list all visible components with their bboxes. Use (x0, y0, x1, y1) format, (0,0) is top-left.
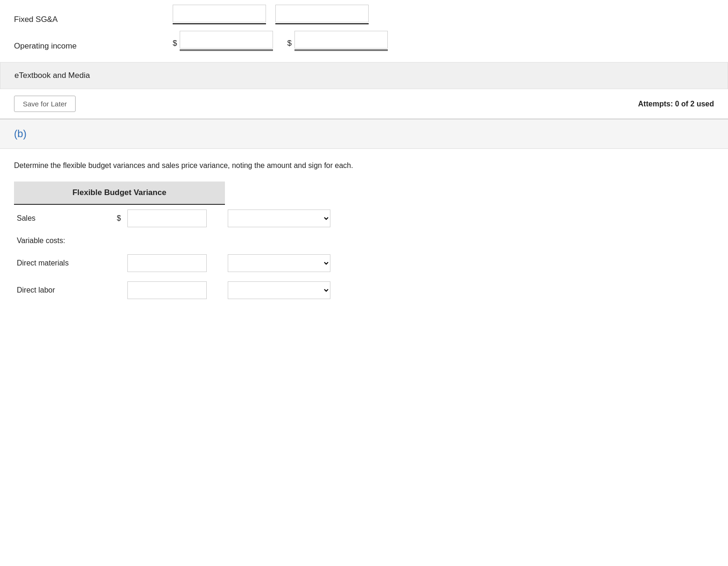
direct-labor-input-cell (125, 277, 216, 304)
save-for-later-button[interactable]: Save for Later (14, 96, 76, 112)
table-row: Variable costs: (14, 232, 341, 250)
fbv-header-cell: Flexible Budget Variance (14, 182, 225, 204)
operating-income-row: Operating income $ $ (0, 24, 728, 51)
section-b-label: (b) (14, 128, 27, 140)
direct-materials-dollar-cell (114, 250, 124, 277)
attempts-label: Attempts: 0 of 2 used (638, 100, 714, 108)
fixed-sga-field-2 (275, 5, 369, 24)
operating-income-input-1[interactable] (180, 31, 273, 49)
direct-labor-variance-select[interactable]: Favorable (F) Unfavorable (U) (228, 281, 330, 299)
fixed-sga-input-1[interactable] (173, 5, 266, 22)
direct-labor-amount-input[interactable] (127, 281, 207, 299)
fixed-sga-underline-1 (173, 23, 266, 24)
sales-select-cell: Favorable (F) Unfavorable (U) (225, 204, 341, 232)
fixed-sga-field-1 (173, 5, 266, 24)
direct-labor-select-cell: Favorable (F) Unfavorable (U) (225, 277, 341, 304)
operating-income-field-1 (180, 31, 273, 51)
fixed-sga-label: Fixed SG&A (14, 15, 173, 24)
operating-income-label: Operating income (14, 42, 173, 51)
direct-labor-label: Direct labor (14, 277, 114, 304)
direct-materials-spacer (216, 250, 225, 277)
direct-materials-input-cell (125, 250, 216, 277)
fixed-sga-underline-2 (275, 23, 369, 24)
dollar-sign-2: $ (287, 39, 291, 51)
sales-spacer (216, 204, 225, 232)
direct-labor-spacer (216, 277, 225, 304)
fbv-table: Flexible Budget Variance Sales $ Favorab… (14, 182, 341, 304)
fixed-sga-input-2[interactable] (275, 5, 369, 22)
direct-labor-dollar-cell (114, 277, 124, 304)
fbv-header-row: Flexible Budget Variance (14, 182, 341, 204)
table-row: Direct materials Favorable (F) Unfavorab… (14, 250, 341, 277)
operating-income-field-2 (294, 31, 388, 51)
fixed-sga-row: Fixed SG&A (0, 0, 728, 24)
sales-input-cell (125, 204, 216, 232)
table-row: Sales $ Favorable (F) Unfavorable (U) (14, 204, 341, 232)
direct-materials-variance-select[interactable]: Favorable (F) Unfavorable (U) (228, 254, 330, 272)
sales-variance-select[interactable]: Favorable (F) Unfavorable (U) (228, 210, 330, 227)
direct-materials-select-cell: Favorable (F) Unfavorable (U) (225, 250, 341, 277)
instruction-text: Determine the flexible budget variances … (14, 160, 714, 171)
direct-materials-label: Direct materials (14, 250, 114, 277)
operating-income-input-2[interactable] (294, 31, 388, 49)
direct-materials-amount-input[interactable] (127, 254, 207, 272)
etextbook-banner: eTextbook and Media (0, 62, 728, 89)
etextbook-label: eTextbook and Media (14, 71, 90, 80)
sales-label: Sales (14, 204, 114, 232)
dollar-sign-1: $ (173, 39, 177, 51)
section-b-header: (b) (0, 119, 728, 149)
table-row: Direct labor Favorable (F) Unfavorable (… (14, 277, 341, 304)
sales-amount-input[interactable] (127, 210, 207, 227)
operating-income-underline-2 (294, 49, 388, 51)
variable-costs-label: Variable costs: (14, 232, 341, 250)
save-attempts-row: Save for Later Attempts: 0 of 2 used (0, 89, 728, 119)
sales-dollar: $ (114, 204, 124, 232)
section-b-content: Determine the flexible budget variances … (0, 149, 728, 315)
operating-income-underline-1 (180, 49, 273, 51)
